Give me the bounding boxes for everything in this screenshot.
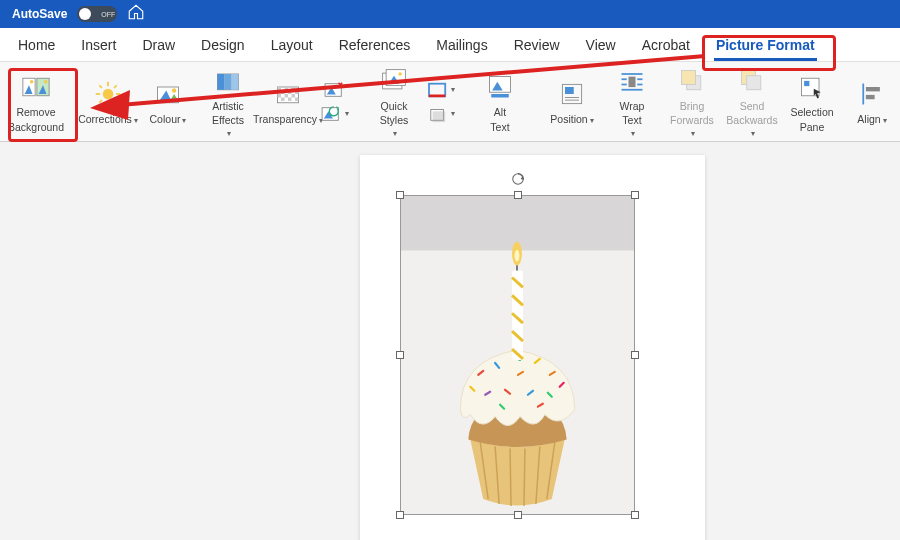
document-canvas[interactable] (360, 155, 705, 540)
chevron-down-icon: ▾ (751, 129, 755, 138)
resize-handle-bl[interactable] (396, 511, 404, 519)
corrections-button[interactable]: Corrections▾ (80, 73, 136, 129)
picture-effects-button[interactable]: ▾ (426, 103, 456, 125)
quick-styles-icon (377, 64, 411, 98)
svg-rect-48 (433, 111, 446, 122)
svg-line-78 (510, 448, 511, 506)
svg-rect-32 (292, 94, 296, 98)
send-backwards-icon (735, 64, 769, 98)
photo-content (401, 196, 634, 514)
alt-text-icon (483, 70, 517, 104)
bring-forwards-button[interactable]: Bring Forwards▾ (664, 60, 720, 142)
rotate-handle[interactable] (511, 172, 525, 186)
chevron-down-icon: ▾ (590, 116, 594, 125)
chevron-down-icon: ▾ (631, 129, 635, 138)
svg-rect-53 (565, 87, 574, 94)
resize-handle-mr[interactable] (631, 351, 639, 359)
svg-point-104 (515, 250, 520, 262)
resize-handle-br[interactable] (631, 511, 639, 519)
bring-forwards-icon (675, 64, 709, 98)
bring-forwards-label1: Bring (680, 100, 705, 112)
selected-image[interactable] (400, 195, 635, 515)
svg-rect-26 (292, 87, 296, 91)
svg-point-3 (30, 80, 34, 84)
resize-handle-tm[interactable] (514, 191, 522, 199)
colour-button[interactable]: Colour▾ (140, 73, 196, 129)
svg-rect-27 (281, 91, 285, 95)
quick-styles-button[interactable]: Quick Styles▾ (366, 60, 422, 142)
tab-insert[interactable]: Insert (69, 31, 128, 59)
svg-point-18 (172, 89, 176, 93)
resize-handle-tl[interactable] (396, 191, 404, 199)
svg-rect-29 (295, 91, 299, 95)
tab-acrobat[interactable]: Acrobat (630, 31, 702, 59)
svg-point-44 (398, 73, 402, 77)
alt-text-label1: Alt (494, 106, 506, 118)
quick-styles-label1: Quick (381, 100, 408, 112)
send-backwards-button[interactable]: Send Backwards▾ (724, 60, 780, 142)
svg-rect-22 (232, 74, 239, 90)
svg-rect-24 (278, 87, 282, 91)
autosave-label: AutoSave (12, 7, 67, 21)
artistic-effects-icon (211, 64, 245, 98)
compress-pictures-button[interactable] (320, 79, 350, 101)
align-label: Align (857, 113, 880, 125)
tab-layout[interactable]: Layout (259, 31, 325, 59)
resize-handle-tr[interactable] (631, 191, 639, 199)
position-button[interactable]: Position▾ (544, 73, 600, 129)
svg-rect-31 (285, 94, 289, 98)
remove-background-label2: Background (8, 121, 64, 133)
picture-border-button[interactable]: ▾ (426, 79, 456, 101)
tab-home[interactable]: Home (6, 31, 67, 59)
corrections-icon (91, 77, 125, 111)
send-backwards-label2: Backwards (726, 114, 777, 126)
position-icon (555, 77, 589, 111)
svg-line-12 (114, 101, 117, 104)
artistic-effects-label1: Artistic (212, 100, 244, 112)
svg-line-14 (114, 86, 117, 89)
tab-design[interactable]: Design (189, 31, 257, 59)
wrap-text-button[interactable]: Wrap Text▾ (604, 60, 660, 142)
compress-reset-column: ▾ (320, 79, 350, 125)
chevron-down-icon: ▾ (345, 109, 349, 118)
resize-handle-ml[interactable] (396, 351, 404, 359)
wrap-text-icon (615, 64, 649, 98)
svg-rect-62 (629, 77, 636, 88)
svg-point-6 (103, 89, 114, 100)
artistic-effects-label2: Effects (212, 114, 244, 126)
chevron-down-icon: ▾ (451, 109, 455, 118)
tab-picture-format[interactable]: Picture Format (704, 31, 827, 59)
chevron-down-icon: ▾ (227, 129, 231, 138)
svg-rect-33 (281, 98, 285, 102)
selection-pane-button[interactable]: Selection Pane (784, 66, 840, 136)
chevron-down-icon: ▾ (134, 116, 138, 125)
tab-review[interactable]: Review (502, 31, 572, 59)
svg-rect-66 (747, 76, 761, 90)
selection-pane-icon (795, 70, 829, 104)
svg-rect-64 (682, 71, 696, 85)
home-icon[interactable] (127, 3, 145, 25)
svg-rect-21 (225, 74, 232, 90)
tab-references[interactable]: References (327, 31, 423, 59)
svg-rect-45 (429, 83, 445, 96)
svg-rect-70 (866, 87, 880, 91)
tab-draw[interactable]: Draw (130, 31, 187, 59)
reset-picture-button[interactable]: ▾ (320, 103, 350, 125)
corrections-label: Corrections (78, 113, 132, 125)
transparency-button[interactable]: Transparency▾ (260, 73, 316, 129)
resize-handle-bm[interactable] (514, 511, 522, 519)
chevron-down-icon: ▾ (393, 129, 397, 138)
align-icon (855, 77, 889, 111)
tab-view[interactable]: View (574, 31, 628, 59)
align-button[interactable]: Align▾ (844, 73, 900, 129)
alt-text-button[interactable]: Alt Text (472, 66, 528, 136)
svg-point-5 (44, 80, 48, 84)
border-effects-column: ▾ ▾ (426, 79, 456, 125)
autosave-toggle[interactable]: OFF (77, 6, 117, 22)
remove-background-button[interactable]: Remove Background (8, 66, 64, 136)
artistic-effects-button[interactable]: Artistic Effects▾ (200, 60, 256, 142)
remove-background-icon (19, 70, 53, 104)
transparency-label: Transparency (253, 113, 317, 125)
tab-mailings[interactable]: Mailings (424, 31, 499, 59)
selection-pane-label2: Pane (800, 121, 825, 133)
